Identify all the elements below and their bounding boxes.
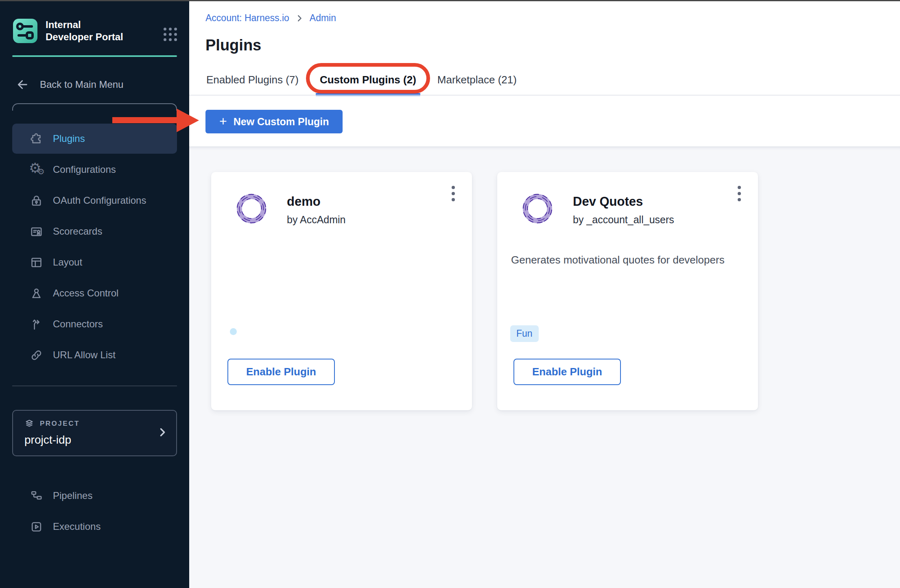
lock-icon <box>30 194 43 207</box>
executions-icon <box>30 520 43 534</box>
plugins-tabs: Enabled Plugins (7) Custom Plugins (2) M… <box>200 68 900 96</box>
person-icon <box>30 287 43 300</box>
sidebar-item-label: Layout <box>53 257 82 268</box>
sidebar-item-layout[interactable]: Layout <box>12 247 177 277</box>
plugin-card-dev-quotes: Dev Quotes by _account_all_users Generat… <box>497 172 758 410</box>
plugin-logo <box>233 190 270 227</box>
new-custom-plugin-label: New Custom Plugin <box>234 116 329 128</box>
breadcrumb: Account: Harness.io Admin <box>205 1 900 24</box>
sidebar-divider <box>12 385 177 386</box>
project-menu: Pipelines Executions <box>0 481 189 542</box>
tab-marketplace[interactable]: Marketplace (21) <box>431 68 523 96</box>
back-to-main-menu[interactable]: Back to Main Menu <box>16 78 177 91</box>
sidebar-item-pipelines[interactable]: Pipelines <box>12 481 177 511</box>
app-switcher-icon[interactable] <box>164 28 177 41</box>
sidebar-item-label: Scorecards <box>53 226 102 237</box>
chevron-right-icon <box>295 14 304 23</box>
plugin-card-grid: demo by AccAdmin Enable Plugin Dev Quote… <box>189 146 900 588</box>
sidebar: Internal Developer Portal Back to Main M… <box>0 0 189 588</box>
empty-tag-dot <box>230 328 237 335</box>
window-top-border <box>0 0 900 1</box>
project-stack-icon <box>24 419 34 429</box>
scorecard-icon <box>30 225 43 238</box>
tab-custom-plugins[interactable]: Custom Plugins (2) <box>313 68 423 96</box>
plugin-author: by AccAdmin <box>287 214 346 226</box>
connectors-icon <box>30 318 43 331</box>
plugin-logo <box>519 190 556 227</box>
tab-enabled-plugins[interactable]: Enabled Plugins (7) <box>200 68 305 96</box>
sidebar-item-access-control[interactable]: Access Control <box>12 278 177 308</box>
tab-label: Marketplace (21) <box>437 74 517 86</box>
tab-label: Enabled Plugins (7) <box>206 74 299 86</box>
project-name: projct-idp <box>24 433 166 446</box>
plugin-description: Generates motivational quotes for develo… <box>511 253 742 267</box>
project-eyebrow-label: PROJECT <box>40 420 80 428</box>
kebab-menu-icon[interactable] <box>449 183 457 204</box>
sidebar-item-oauth-configurations[interactable]: OAuth Configurations <box>12 185 177 216</box>
plus-icon: + <box>219 115 227 128</box>
sidebar-item-connectors[interactable]: Connectors <box>12 309 177 339</box>
new-custom-plugin-button[interactable]: + New Custom Plugin <box>205 110 343 133</box>
plugin-card-demo: demo by AccAdmin Enable Plugin <box>211 172 472 410</box>
breadcrumb-admin-link[interactable]: Admin <box>310 13 336 24</box>
app-title: Internal Developer Portal <box>46 19 129 43</box>
sidebar-item-plugins[interactable]: Plugins <box>12 124 177 154</box>
page-header: Account: Harness.io Admin Plugins Enable… <box>189 1 900 146</box>
sidebar-item-executions[interactable]: Executions <box>12 512 177 542</box>
link-icon <box>30 348 43 362</box>
layout-icon <box>30 256 43 269</box>
sidebar-item-label: Plugins <box>53 133 85 144</box>
sidebar-item-label: Configurations <box>53 164 116 175</box>
sidebar-item-label: Executions <box>53 521 100 532</box>
arrow-left-icon <box>16 78 29 91</box>
project-selector[interactable]: PROJECT projct-idp <box>12 410 177 456</box>
tab-label: Custom Plugins (2) <box>320 74 416 86</box>
sidebar-item-label: Connectors <box>53 318 103 330</box>
sidebar-item-label: Pipelines <box>53 490 92 501</box>
sidebar-item-scorecards[interactable]: Scorecards <box>12 216 177 246</box>
plugin-title: Dev Quotes <box>573 194 643 209</box>
plugin-tag-badge: Fun <box>510 325 539 342</box>
menu-section-divider <box>12 103 177 111</box>
sidebar-item-url-allow-list[interactable]: URL Allow List <box>12 340 177 370</box>
sidebar-item-label: OAuth Configurations <box>53 195 146 206</box>
sidebar-item-label: URL Allow List <box>53 349 116 361</box>
gears-icon: ⚙⚙ <box>30 161 43 178</box>
kebab-menu-icon[interactable] <box>735 183 743 204</box>
tabs-divider <box>189 95 900 96</box>
enable-plugin-button[interactable]: Enable Plugin <box>513 359 621 385</box>
chevron-right-icon <box>157 427 168 440</box>
plugin-author: by _account_all_users <box>573 214 674 226</box>
sidebar-item-configurations[interactable]: ⚙⚙ Configurations <box>12 155 177 185</box>
main-content: Account: Harness.io Admin Plugins Enable… <box>189 1 900 588</box>
sidebar-item-label: Access Control <box>53 287 118 299</box>
breadcrumb-account-link[interactable]: Account: Harness.io <box>205 13 289 24</box>
brand-rule <box>12 55 177 57</box>
page-title: Plugins <box>205 37 900 54</box>
back-label: Back to Main Menu <box>40 79 123 90</box>
enable-plugin-button[interactable]: Enable Plugin <box>227 359 335 385</box>
sidebar-header: Internal Developer Portal <box>0 0 189 57</box>
admin-menu: Plugins ⚙⚙ Configurations OAuth Configur… <box>0 111 189 370</box>
puzzle-icon <box>30 132 43 146</box>
plugin-title: demo <box>287 194 321 209</box>
idp-logo-icon <box>12 18 38 44</box>
pipelines-icon <box>30 489 43 503</box>
